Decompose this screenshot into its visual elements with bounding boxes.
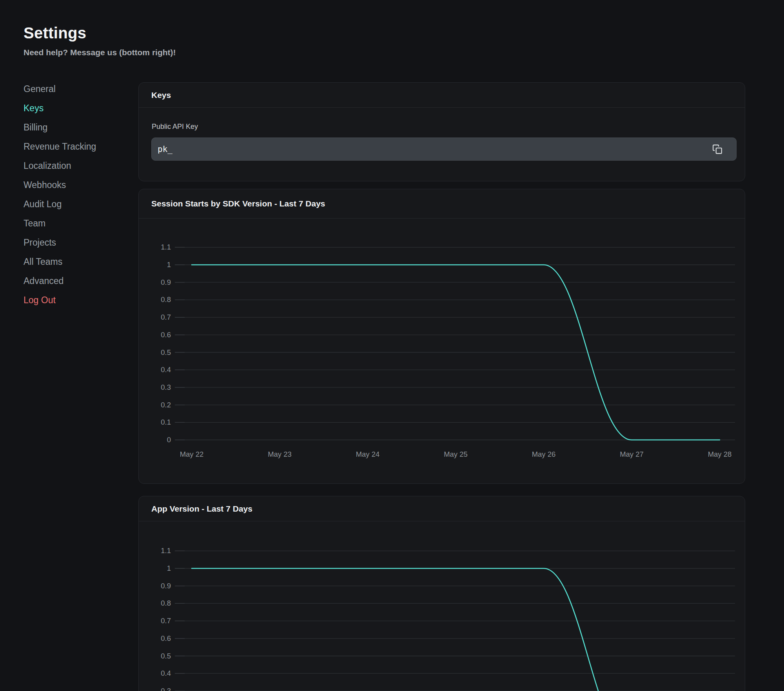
svg-text:0.4: 0.4 [161,365,171,374]
svg-text:0.9: 0.9 [161,278,171,286]
sidebar-item-log-out[interactable]: Log Out [24,295,122,306]
sidebar-item-localization[interactable]: Localization [24,161,122,171]
public-api-key-field [151,137,737,161]
app-version-chart-card: App Version - Last 7 Days 00.10.20.30.40… [138,496,745,691]
svg-text:0.8: 0.8 [161,295,171,304]
svg-text:0.5: 0.5 [161,652,171,660]
svg-text:0.7: 0.7 [161,617,171,625]
copy-icon [711,144,723,154]
sidebar-item-revenue-tracking[interactable]: Revenue Tracking [24,141,122,152]
svg-text:0.8: 0.8 [161,599,171,607]
svg-text:1: 1 [167,564,171,572]
sidebar-item-audit-log[interactable]: Audit Log [24,199,122,210]
keys-card: Keys Public API Key [138,82,745,181]
svg-text:0.6: 0.6 [161,331,171,339]
svg-text:May 23: May 23 [268,450,292,458]
svg-text:0.6: 0.6 [161,634,171,642]
sidebar-item-keys[interactable]: Keys [24,103,122,114]
svg-text:0.2: 0.2 [161,401,171,409]
svg-text:1.1: 1.1 [161,546,171,555]
copy-button[interactable] [711,143,723,155]
svg-text:0.3: 0.3 [161,383,171,391]
svg-text:1.1: 1.1 [161,243,171,251]
sidebar-item-general[interactable]: General [24,84,122,94]
svg-text:0.4: 0.4 [161,669,171,677]
app-version-chart: 00.10.20.30.40.50.60.70.80.911.1May 22Ma… [139,496,745,691]
keys-card-header: Keys [139,83,745,108]
public-api-key-label: Public API Key [152,123,198,131]
svg-text:0.3: 0.3 [161,687,171,691]
page-subtitle: Need help? Message us (bottom right)! [24,48,176,57]
sidebar-item-billing[interactable]: Billing [24,122,122,133]
svg-text:0.7: 0.7 [161,313,171,321]
sidebar-item-webhooks[interactable]: Webhooks [24,180,122,190]
keys-card-title: Keys [151,90,171,100]
sidebar-item-team[interactable]: Team [24,218,122,229]
svg-text:0: 0 [167,436,171,444]
svg-text:0.9: 0.9 [161,582,171,590]
svg-text:May 22: May 22 [180,450,204,458]
svg-text:May 24: May 24 [356,450,380,458]
svg-text:0.1: 0.1 [161,418,171,426]
page-title: Settings [24,24,86,42]
sidebar-item-projects[interactable]: Projects [24,237,122,248]
svg-text:May 28: May 28 [708,450,732,458]
settings-page: Settings Need help? Message us (bottom r… [0,0,784,691]
sdk-version-chart: 00.10.20.30.40.50.60.70.80.911.1May 22Ma… [139,189,745,483]
sidebar-item-all-teams[interactable]: All Teams [24,257,122,267]
sidebar-item-advanced[interactable]: Advanced [24,276,122,286]
sdk-version-chart-card: Session Starts by SDK Version - Last 7 D… [138,189,745,484]
svg-text:May 27: May 27 [620,450,644,458]
svg-text:1: 1 [167,260,171,269]
sidebar: General Keys Billing Revenue Tracking Lo… [24,84,122,314]
public-api-key-input[interactable] [151,137,737,161]
svg-text:May 25: May 25 [444,450,468,458]
svg-text:May 26: May 26 [532,450,556,458]
svg-text:0.5: 0.5 [161,348,171,356]
